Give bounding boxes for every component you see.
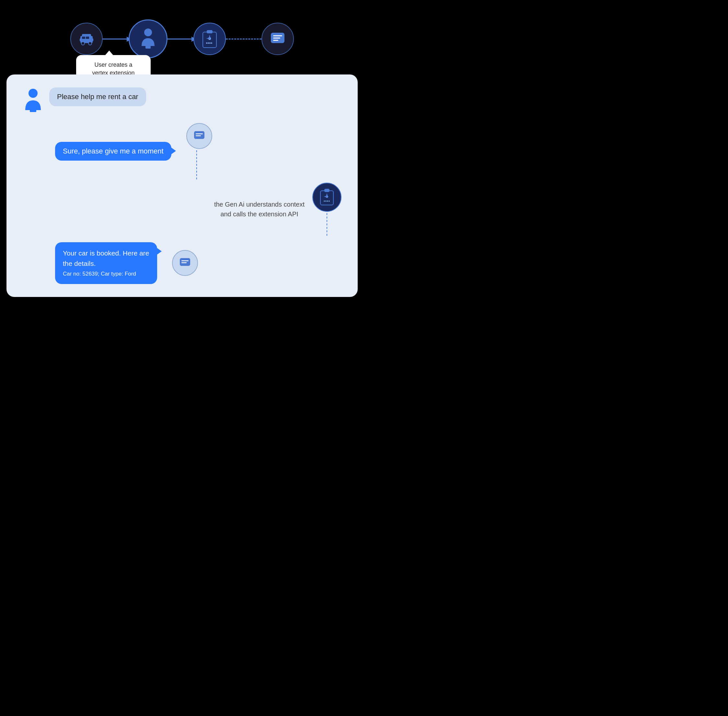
user-message-text: Please help me rent a car [57, 93, 138, 101]
context-text-block: the Gen Ai understands context and calls… [214, 199, 304, 219]
svg-point-16 [211, 42, 212, 44]
svg-point-21 [29, 89, 38, 98]
ai-response1-bubble: Sure, please give me a moment [55, 142, 172, 161]
ai-response2-right [167, 250, 198, 276]
taxi-node [70, 23, 103, 55]
svg-rect-27 [324, 189, 330, 192]
ai-response2-row: Your car is booked. Here are the details… [55, 242, 342, 284]
user-person-icon [23, 88, 43, 113]
svg-rect-5 [92, 38, 93, 41]
svg-point-8 [144, 29, 152, 36]
connector-taxi-person [103, 38, 129, 39]
svg-point-31 [327, 200, 328, 202]
dashed-v-line-2 [327, 213, 327, 236]
person-node [129, 20, 167, 58]
svg-rect-7 [86, 36, 89, 39]
ai-response2-line3: Car no: 52639; Car type: Ford [63, 270, 149, 278]
svg-rect-24 [196, 133, 203, 134]
chat-icon-node-1 [186, 123, 212, 149]
svg-point-29 [324, 200, 325, 202]
taxi-icon [78, 30, 95, 48]
svg-rect-4 [80, 38, 81, 41]
svg-point-30 [325, 200, 327, 202]
chat-bubble-icon-1 [193, 129, 206, 143]
svg-rect-20 [273, 40, 278, 41]
top-section: User creates a vertex extension for a ca… [0, 0, 364, 74]
svg-point-32 [328, 200, 330, 202]
clipboard-icon [200, 29, 219, 49]
chat-icon-node-2 [172, 250, 198, 276]
user-message-bubble: Please help me rent a car [49, 88, 146, 106]
clipboard-node [193, 23, 226, 55]
svg-point-15 [209, 42, 211, 44]
clipboard-icon-chat [319, 188, 335, 206]
chat-icon [269, 30, 286, 48]
chat-section: Please help me rent a car Sure, please g… [6, 74, 358, 297]
dashed-v-line-1 [196, 150, 197, 179]
svg-rect-22 [30, 105, 36, 112]
svg-rect-18 [273, 35, 282, 36]
flow-diagram: User creates a vertex extension for a ca… [20, 13, 345, 65]
clipboard-node-chat [312, 183, 342, 212]
context-text-line1: the Gen Ai understands context [214, 199, 304, 209]
svg-point-2 [81, 42, 85, 45]
svg-rect-9 [146, 43, 150, 49]
svg-point-3 [88, 42, 92, 45]
svg-rect-11 [207, 30, 213, 33]
svg-rect-25 [196, 135, 201, 137]
context-row: the Gen Ai understands context and calls… [23, 183, 342, 236]
chat-bubble-icon-2 [178, 256, 191, 269]
user-message-row: Please help me rent a car [23, 88, 342, 114]
ai-response2-line1: Your car is booked. Here are [63, 248, 149, 258]
person-icon [138, 27, 158, 50]
svg-rect-35 [181, 262, 187, 263]
connector-clipboard-chat [226, 38, 261, 39]
context-text-line2: and calls the extension API [214, 209, 304, 219]
ai-response2-bubble: Your car is booked. Here are the details… [55, 242, 157, 284]
svg-rect-34 [181, 260, 188, 261]
svg-rect-6 [82, 36, 85, 39]
svg-point-13 [206, 42, 207, 44]
tooltip-line1: User creates a [94, 62, 132, 68]
ai-response2-line2: the details. [63, 258, 149, 269]
ai-response1-text: Sure, please give me a moment [63, 147, 164, 155]
ai-response1-right [181, 123, 212, 179]
ai-response1-row: Sure, please give me a moment [55, 123, 342, 179]
svg-rect-19 [273, 38, 280, 38]
connector-person-clipboard [167, 38, 193, 39]
chat-node [261, 23, 294, 55]
svg-point-14 [208, 42, 209, 44]
user-avatar [23, 88, 43, 114]
